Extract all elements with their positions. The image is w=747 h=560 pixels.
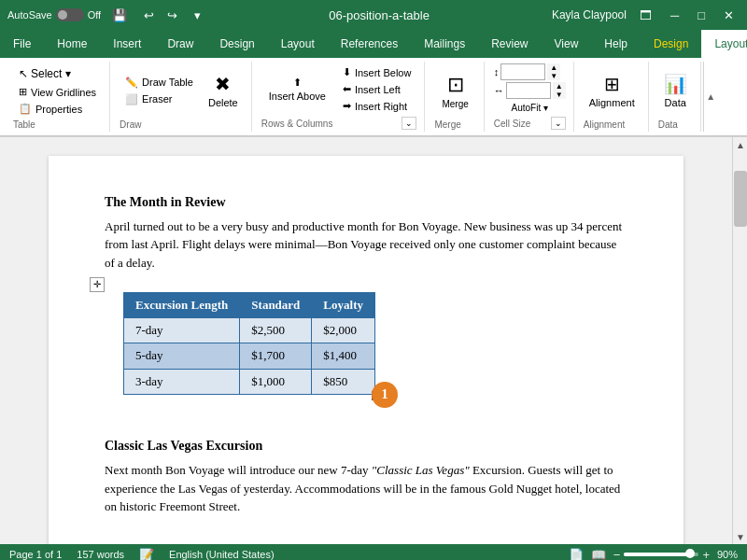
read-view-icon[interactable]: 📖 [591,548,606,561]
insert-below-button[interactable]: ⬇ Insert Below [337,64,417,80]
table-move-handle[interactable]: ✛ [90,277,105,292]
tab-layout-main[interactable]: Layout [268,30,328,58]
view-gridlines-button[interactable]: ⊞ View Gridlines [13,84,102,100]
user-name: Kayla Claypool [552,8,627,21]
zoom-plus-button[interactable]: + [702,548,710,561]
cell-size-launcher[interactable]: ⌄ [551,117,566,130]
data-button[interactable]: 📊 Data [658,70,693,111]
redo-button[interactable]: ↪ [162,7,183,24]
tab-mailings[interactable]: Mailings [411,30,478,58]
scroll-down-button[interactable]: ▼ [733,529,747,544]
zoom-level[interactable]: 90% [717,549,738,560]
height-icon: ↕ [494,66,500,77]
insert-left-label: Insert Left [355,84,401,95]
ribbon-group-rows-columns: ⬆ Insert Above ⬇ Insert Below ⬅ Insert L… [254,62,426,132]
table-small-buttons: ↖ Select ▾ ⊞ View Gridlines 📋 Properties [13,64,102,117]
spelling-icon[interactable]: 📝 [139,548,154,561]
tab-file[interactable]: File [0,30,44,58]
tab-view[interactable]: View [542,30,592,58]
step-badge: 1 [372,382,398,408]
merge-button[interactable]: ⊡ Merge [434,70,475,112]
table-container: ✛ Excursion Length Standard Loyalty 7-da… [105,292,375,395]
insert-left-button[interactable]: ⬅ Insert Left [337,81,417,97]
zoom-fill [624,553,691,556]
tab-draw[interactable]: Draw [154,30,206,58]
layout-view-icon[interactable]: 📄 [569,548,584,561]
scrollbar-thumb[interactable] [734,171,747,227]
autosave-status: Off [88,9,101,21]
close-button[interactable]: ✕ [718,7,740,24]
delete-label: Delete [208,97,238,108]
autosave-knob [58,10,67,20]
table-header-col3: Loyalty [312,293,375,318]
autofit-button[interactable]: AutoFit ▾ [494,101,566,115]
width-down-button[interactable]: ▼ [553,91,566,99]
table-cell: 7-day [124,318,240,343]
section1-body: April turned out to be a very busy and p… [105,217,627,273]
tab-home[interactable]: Home [44,30,100,58]
language: English (United States) [169,549,275,560]
title-bar: AutoSave Off 💾 ↩ ↪ ▾ 06-position-a-table… [0,0,747,30]
undo-redo-group: ↩ ↪ [138,7,183,24]
width-spinner-row: ↔ ▲ ▼ [494,82,566,99]
width-input[interactable] [506,82,551,99]
insert-above-icon: ⬆ [293,77,302,89]
save-button[interactable]: 💾 [106,7,133,24]
properties-icon: 📋 [19,103,32,115]
height-input[interactable]: 0.28" [500,63,545,80]
table-cell: 5-day [124,343,240,369]
page-info: Page 1 of 1 [9,549,62,560]
width-up-button[interactable]: ▲ [553,82,566,91]
alignment-button[interactable]: ⊞ Alignment [584,70,641,111]
zoom-minus-button[interactable]: − [613,548,621,561]
undo-button[interactable]: ↩ [138,7,160,24]
tab-help[interactable]: Help [591,30,641,58]
alignment-group-label: Alignment [584,119,641,130]
zoom-track [624,553,698,556]
minimize-button[interactable]: ─ [665,7,684,24]
table-cell: $2,000 [312,318,375,343]
insert-above-button[interactable]: ⬆ Insert Above [261,73,333,105]
merge-label: Merge [442,99,468,109]
tab-bar: File Home Insert Draw Design Layout Refe… [0,30,747,58]
ribbon-group-data: 📊 Data Data [651,62,701,132]
height-down-button[interactable]: ▼ [547,72,560,80]
autosave-section: AutoSave Off [7,8,101,21]
alignment-group-content: ⊞ Alignment [584,63,641,118]
tab-layout-table[interactable]: Layout [701,30,747,58]
tab-insert[interactable]: Insert [100,30,154,58]
document-area: The Month in Review April turned out to … [0,137,747,544]
eraser-label: Eraser [142,93,172,105]
tab-design-table[interactable]: Design [641,30,701,58]
tab-references[interactable]: References [328,30,411,58]
insert-below-label: Insert Below [355,67,412,78]
draw-table-label: Draw Table [142,77,193,88]
select-button[interactable]: ↖ Select ▾ [13,64,102,83]
tab-review[interactable]: Review [478,30,541,58]
rows-columns-group-label: Rows & Columns ⌄ [261,117,417,130]
delete-button[interactable]: ✖ Delete [203,70,244,111]
insert-side-buttons: ⬇ Insert Below ⬅ Insert Left ➡ Insert Ri… [337,64,417,114]
ribbon-display-button[interactable]: 🗖 [634,7,657,24]
rows-columns-label-text: Rows & Columns [261,119,333,129]
draw-table-button[interactable]: ✏️ Draw Table [120,75,199,91]
scroll-up-button[interactable]: ▲ [733,137,747,152]
maximize-button[interactable]: □ [692,7,711,24]
height-up-button[interactable]: ▲ [547,63,560,72]
document-scroll[interactable]: The Month in Review April turned out to … [0,137,732,544]
zoom-slider: − + [613,548,710,561]
rows-columns-launcher[interactable]: ⌄ [402,117,416,130]
eraser-button[interactable]: ⬜ Eraser [120,91,199,107]
table-row: 3-day $1,000 $850 [124,369,375,394]
ribbon-group-alignment: ⊞ Alignment Alignment [576,62,649,132]
ribbon-scroll-button[interactable]: ▲ [703,62,718,132]
status-left: Page 1 of 1 157 words 📝 English (United … [9,548,275,561]
width-icon: ↔ [494,85,504,96]
ribbon-group-draw: ✏️ Draw Table ⬜ Eraser ✖ Delete Draw [112,62,252,132]
autosave-toggle[interactable] [56,8,84,21]
zoom-knob[interactable] [685,549,695,558]
customize-qat-button[interactable]: ▾ [189,7,206,24]
insert-right-button[interactable]: ➡ Insert Right [337,98,417,114]
properties-button[interactable]: 📋 Properties [13,101,102,117]
tab-design-main[interactable]: Design [206,30,267,58]
